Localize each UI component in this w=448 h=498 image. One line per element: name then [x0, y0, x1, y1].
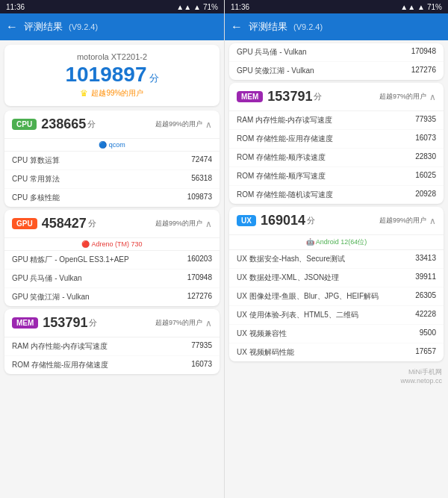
left-header-title: 评测结果: [24, 20, 63, 34]
total-percentile-label: 超越99%的用户: [91, 88, 143, 99]
gpu-chevron-icon[interactable]: ∧: [205, 219, 212, 229]
ux-row-3-value: 26305: [415, 291, 436, 302]
right-mem-row-2: ROM 存储性能-应用存储速度 16073: [229, 130, 444, 149]
ux-row-5-value: 9500: [420, 329, 436, 339]
right-panel: 11:36 ▲▲ ▲ 71% ← 评测结果 (V9.2.4) GPU 兵马俑 -…: [224, 0, 448, 498]
left-panel: 11:36 ▲▲ ▲ 71% ← 评测结果 (V9.2.4) motorola …: [0, 0, 224, 498]
right-content: GPU 兵马俑 - Vulkan 170948 GPU 笑傲江湖 - Vulka…: [225, 40, 448, 498]
left-signal-icon: ▲▲: [176, 3, 191, 11]
right-mem-row-1-value: 77935: [415, 115, 436, 125]
right-wifi-icon: ▲: [417, 3, 425, 11]
crown-icon: ♛: [80, 88, 88, 99]
cpu-row-2: CPU 常用算法 56318: [4, 170, 220, 189]
gpu-row-1-value: 160203: [187, 255, 212, 265]
left-mem-unit: 分: [89, 317, 97, 329]
left-mem-chevron-icon[interactable]: ∧: [205, 318, 212, 329]
right-signal-icon: ▲▲: [400, 3, 415, 11]
right-gpu-top-row-2-label: GPU 笑傲江湖 - Vulkan: [237, 66, 314, 76]
right-mem-section: MEM 153791 分 超越97%的用户 ∧ RAM 内存性能-内存读写速度 …: [229, 83, 444, 204]
right-status-bar: 11:36 ▲▲ ▲ 71%: [225, 0, 448, 13]
gpu-row-3-value: 127276: [187, 292, 212, 302]
cpu-percentile: 超越99%的用户: [155, 119, 202, 129]
right-mem-row-2-label: ROM 存储性能-应用存储速度: [237, 134, 333, 144]
gpu-row-2-label: GPU 兵马俑 - Vulkan: [12, 273, 82, 284]
right-mem-chevron-icon[interactable]: ∧: [429, 92, 436, 102]
cpu-row-2-label: CPU 常用算法: [12, 174, 60, 184]
right-mem-row-5-value: 20928: [415, 190, 436, 200]
cpu-section: CPU 238665 分 超越99%的用户 ∧ 🔵 qcom CPU 算数运算 …: [4, 111, 220, 207]
app-container: 11:36 ▲▲ ▲ 71% ← 评测结果 (V9.2.4) motorola …: [0, 0, 448, 498]
right-gpu-top-row-1: GPU 兵马俑 - Vulkan 170948: [229, 43, 444, 62]
ux-row-1-label: UX 数据安全-Hash、Secure测试: [237, 254, 345, 264]
right-gpu-top-row-2: GPU 笑傲江湖 - Vulkan 127276: [229, 62, 444, 80]
ux-row-6: UX 视频解码性能 17657: [229, 343, 444, 361]
gpu-row-3-label: GPU 笑傲江湖 - Vulkan: [12, 292, 90, 302]
right-mem-row-1: RAM 内存性能-内存读写速度 77935: [229, 111, 444, 130]
ux-percentile: 超越99%的用户: [379, 216, 426, 225]
gpu-row-1-label: GPU 精炼厂 - OpenGL ES3.1+AEP: [12, 255, 129, 265]
left-mem-row-2: ROM 存储性能-应用存储速度 16073: [4, 356, 220, 374]
ux-section-header: UX 169014 分 超越99%的用户 ∧: [229, 207, 444, 235]
gpu-section-header: GPU 458427 分 超越99%的用户 ∧: [4, 210, 220, 238]
gpu-badge: GPU: [12, 218, 37, 229]
right-mem-row-3: ROM 存储性能-顺序读速度 22830: [229, 149, 444, 167]
right-mem-unit: 分: [314, 91, 322, 102]
left-battery: 71%: [203, 3, 218, 11]
cpu-chevron-icon[interactable]: ∧: [205, 119, 212, 130]
ux-chevron-icon[interactable]: ∧: [429, 216, 436, 226]
right-header-version: (V9.2.4): [293, 22, 323, 31]
cpu-section-header: CPU 238665 分 超越99%的用户 ∧: [4, 111, 220, 139]
gpu-row-2: GPU 兵马俑 - Vulkan 170948: [4, 270, 220, 288]
gpu-unit: 分: [88, 218, 96, 229]
left-header-version: (V9.2.4): [69, 22, 98, 31]
right-mem-row-4: ROM 存储性能-顺序写速度 16025: [229, 167, 444, 186]
left-mem-badge: MEM: [12, 317, 38, 329]
left-time: 11:36: [6, 3, 25, 11]
left-mem-row-1-value: 77935: [191, 341, 212, 352]
left-mem-section-header: MEM 153791 分 超越97%的用户 ∧: [4, 309, 220, 337]
right-back-button[interactable]: ←: [231, 20, 243, 34]
cpu-row-2-value: 56318: [191, 174, 212, 184]
right-mem-score: 153791: [267, 89, 312, 105]
ux-brand: 🤖 Android 12(64位): [229, 235, 444, 250]
left-mem-row-2-value: 16073: [191, 360, 212, 370]
left-back-button[interactable]: ←: [6, 20, 18, 34]
left-status-bar: 11:36 ▲▲ ▲ 71%: [0, 0, 224, 13]
cpu-row-3-label: CPU 多核性能: [12, 193, 60, 203]
ux-row-6-label: UX 视频解码性能: [237, 347, 294, 358]
ux-row-1: UX 数据安全-Hash、Secure测试 33413: [229, 250, 444, 269]
right-gpu-top-row-1-value: 170948: [411, 47, 436, 57]
right-mem-row-3-label: ROM 存储性能-顺序读速度: [237, 152, 326, 163]
ux-row-4-value: 42228: [415, 310, 436, 320]
left-status-icons: ▲▲ ▲ 71%: [176, 3, 218, 11]
ux-row-2-value: 39911: [415, 273, 436, 283]
right-mem-row-5: ROM 存储性能-随机读写速度 20928: [229, 186, 444, 204]
cpu-row-1: CPU 算数运算 72474: [4, 152, 220, 170]
right-mem-badge: MEM: [237, 91, 263, 102]
left-mem-section: MEM 153791 分 超越97%的用户 ∧ RAM 内存性能-内存读写速度 …: [4, 309, 220, 374]
ux-row-3-label: UX 图像处理-鱼眼、Blur、JPG、HEIF解码: [237, 291, 379, 302]
left-mem-percentile: 超越97%的用户: [155, 318, 202, 328]
ux-section: UX 169014 分 超越99%的用户 ∧ 🤖 Android 12(64位)…: [229, 207, 444, 361]
left-mem-row-2-label: ROM 存储性能-应用存储速度: [12, 360, 108, 370]
gpu-score: 458427: [42, 216, 87, 231]
cpu-row-1-label: CPU 算数运算: [12, 155, 60, 166]
ux-row-2-label: UX 数据处理-XML、JSON处理: [237, 273, 339, 283]
ux-row-4: UX 使用体验-列表、HTML5、二维码 42228: [229, 306, 444, 325]
right-mem-row-1-label: RAM 内存性能-内存读写速度: [237, 115, 332, 125]
right-mem-section-header: MEM 153791 分 超越97%的用户 ∧: [229, 83, 444, 111]
total-score-display: 1019897 分: [12, 63, 212, 87]
gpu-row-3: GPU 笑傲江湖 - Vulkan 127276: [4, 288, 220, 306]
right-header-title: 评测结果: [249, 20, 287, 34]
left-content: motorola XT2201-2 1019897 分 ♛ 超越99%的用户 C…: [0, 40, 224, 498]
gpu-percentile: 超越99%的用户: [155, 219, 202, 228]
left-mem-score: 153791: [43, 315, 87, 331]
gpu-row-1: GPU 精炼厂 - OpenGL ES3.1+AEP 160203: [4, 251, 220, 270]
ux-row-6-value: 17657: [415, 347, 436, 358]
cpu-row-1-value: 72474: [191, 155, 212, 166]
total-score-unit: 分: [149, 72, 159, 84]
device-card: motorola XT2201-2 1019897 分 ♛ 超越99%的用户: [4, 45, 220, 106]
gpu-section: GPU 458427 分 超越99%的用户 ∧ 🔴 Adreno (TM) 73…: [4, 210, 220, 306]
total-percentile: ♛ 超越99%的用户: [12, 88, 212, 99]
device-name: motorola XT2201-2: [12, 52, 212, 61]
